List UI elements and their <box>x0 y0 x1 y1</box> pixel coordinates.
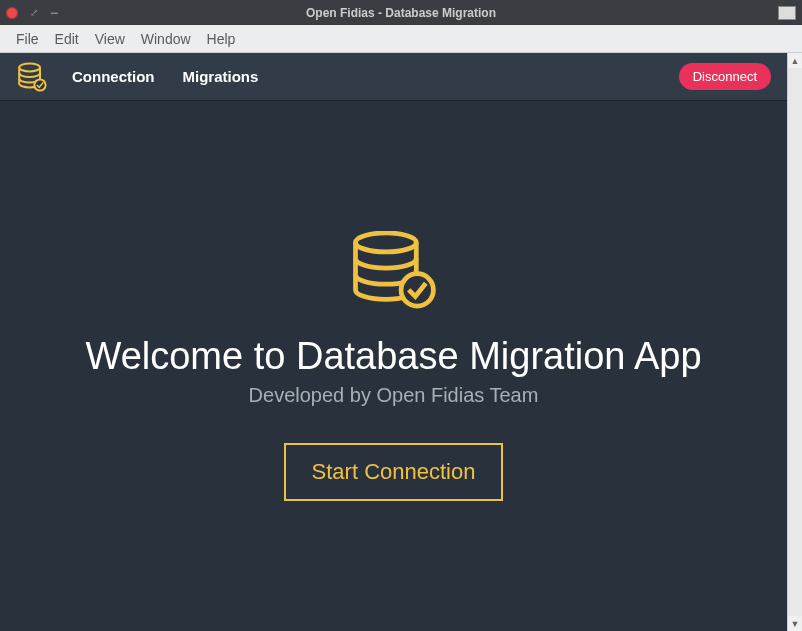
vertical-scrollbar[interactable]: ▲ ▼ <box>787 53 802 631</box>
menu-help[interactable]: Help <box>199 31 244 47</box>
svg-point-3 <box>401 274 433 306</box>
app-header: Connection Migrations Disconnect <box>0 53 787 101</box>
close-button[interactable] <box>6 7 18 19</box>
menu-file[interactable]: File <box>8 31 47 47</box>
scrollbar-track[interactable] <box>788 68 802 616</box>
scrollbar-down-arrow[interactable]: ▼ <box>788 616 802 631</box>
tab-connection[interactable]: Connection <box>72 68 155 85</box>
app-logo-icon <box>16 61 48 93</box>
scrollbar-up-arrow[interactable]: ▲ <box>788 53 802 68</box>
menubar: File Edit View Window Help <box>0 25 802 53</box>
nav-tabs: Connection Migrations <box>72 68 258 85</box>
tab-migrations[interactable]: Migrations <box>183 68 259 85</box>
database-check-icon <box>346 231 441 313</box>
app-body: Connection Migrations Disconnect <box>0 53 802 631</box>
disconnect-button[interactable]: Disconnect <box>679 63 771 90</box>
menu-edit[interactable]: Edit <box>47 31 87 47</box>
maximize-icon[interactable] <box>778 6 796 20</box>
hero-title: Welcome to Database Migration App <box>85 335 701 378</box>
svg-point-0 <box>19 63 40 71</box>
titlebar-controls: ⤢ − <box>6 5 58 21</box>
window-title: Open Fidias - Database Migration <box>306 6 496 20</box>
menu-window[interactable]: Window <box>133 31 199 47</box>
minimize-icon[interactable]: − <box>50 5 58 21</box>
app-window: ⤢ − Open Fidias - Database Migration Fil… <box>0 0 802 631</box>
main-content: Welcome to Database Migration App Develo… <box>0 101 787 631</box>
hero-subtitle: Developed by Open Fidias Team <box>249 384 539 407</box>
svg-point-2 <box>355 233 416 252</box>
svg-point-1 <box>34 79 45 90</box>
titlebar: ⤢ − Open Fidias - Database Migration <box>0 0 802 25</box>
restore-icon[interactable]: ⤢ <box>30 7 38 18</box>
start-connection-button[interactable]: Start Connection <box>284 443 504 501</box>
menu-view[interactable]: View <box>87 31 133 47</box>
content-area: Connection Migrations Disconnect <box>0 53 787 631</box>
